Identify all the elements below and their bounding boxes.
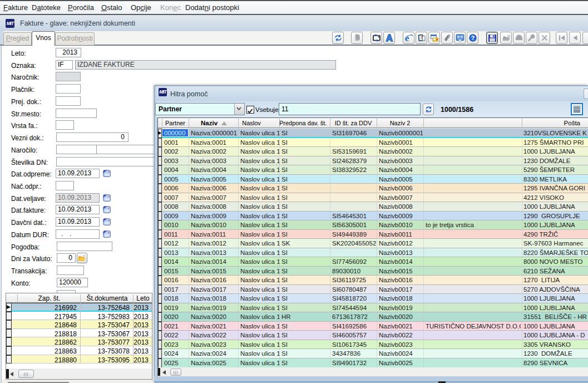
svg-text:?: ? bbox=[471, 35, 474, 41]
svg-text:e: e bbox=[405, 33, 409, 42]
